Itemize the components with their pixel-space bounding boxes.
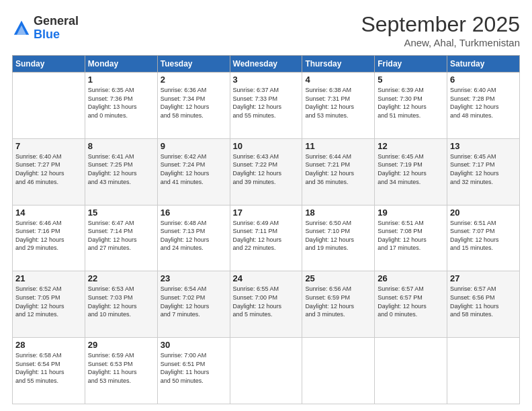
calendar-cell bbox=[375, 338, 447, 404]
col-header-friday: Friday bbox=[375, 56, 447, 73]
day-number: 25 bbox=[305, 273, 371, 283]
day-info: Sunrise: 6:55 AM Sunset: 7:00 PM Dayligh… bbox=[233, 285, 300, 318]
day-info: Sunrise: 6:50 AM Sunset: 7:10 PM Dayligh… bbox=[305, 219, 371, 253]
col-header-thursday: Thursday bbox=[302, 56, 375, 73]
calendar-cell: 16Sunrise: 6:48 AM Sunset: 7:13 PM Dayli… bbox=[157, 205, 230, 271]
day-info: Sunrise: 6:53 AM Sunset: 7:03 PM Dayligh… bbox=[88, 285, 154, 318]
day-info: Sunrise: 6:56 AM Sunset: 6:59 PM Dayligh… bbox=[305, 285, 371, 318]
day-info: Sunrise: 6:49 AM Sunset: 7:11 PM Dayligh… bbox=[233, 219, 300, 253]
calendar-cell: 19Sunrise: 6:51 AM Sunset: 7:08 PM Dayli… bbox=[375, 205, 447, 271]
day-info: Sunrise: 6:52 AM Sunset: 7:05 PM Dayligh… bbox=[15, 285, 82, 318]
calendar-cell: 30Sunrise: 7:00 AM Sunset: 6:51 PM Dayli… bbox=[157, 338, 230, 404]
calendar-cell: 18Sunrise: 6:50 AM Sunset: 7:10 PM Dayli… bbox=[302, 205, 375, 271]
day-info: Sunrise: 6:47 AM Sunset: 7:14 PM Dayligh… bbox=[88, 219, 154, 253]
day-info: Sunrise: 6:57 AM Sunset: 6:57 PM Dayligh… bbox=[378, 285, 444, 318]
calendar-cell: 24Sunrise: 6:55 AM Sunset: 7:00 PM Dayli… bbox=[230, 271, 302, 338]
title-block: September 2025 Anew, Ahal, Turkmenistan bbox=[361, 12, 520, 48]
day-info: Sunrise: 6:42 AM Sunset: 7:24 PM Dayligh… bbox=[161, 152, 227, 186]
calendar-header-row: SundayMondayTuesdayWednesdayThursdayFrid… bbox=[13, 56, 520, 73]
calendar-cell: 15Sunrise: 6:47 AM Sunset: 7:14 PM Dayli… bbox=[85, 205, 157, 271]
calendar-cell: 27Sunrise: 6:57 AM Sunset: 6:56 PM Dayli… bbox=[447, 271, 520, 338]
day-number: 30 bbox=[161, 340, 227, 350]
day-number: 8 bbox=[88, 141, 154, 151]
col-header-wednesday: Wednesday bbox=[230, 56, 302, 73]
day-number: 10 bbox=[233, 141, 300, 151]
calendar-cell: 12Sunrise: 6:45 AM Sunset: 7:19 PM Dayli… bbox=[375, 138, 447, 205]
calendar-cell: 8Sunrise: 6:41 AM Sunset: 7:25 PM Daylig… bbox=[85, 138, 157, 205]
day-info: Sunrise: 6:38 AM Sunset: 7:31 PM Dayligh… bbox=[305, 86, 371, 120]
day-info: Sunrise: 6:48 AM Sunset: 7:13 PM Dayligh… bbox=[161, 219, 227, 253]
day-number: 4 bbox=[305, 75, 371, 85]
day-info: Sunrise: 6:37 AM Sunset: 7:33 PM Dayligh… bbox=[233, 86, 300, 120]
calendar-cell: 6Sunrise: 6:40 AM Sunset: 7:28 PM Daylig… bbox=[447, 73, 520, 139]
day-number: 7 bbox=[15, 141, 82, 151]
calendar-cell: 20Sunrise: 6:51 AM Sunset: 7:07 PM Dayli… bbox=[447, 205, 520, 271]
calendar-week-2: 14Sunrise: 6:46 AM Sunset: 7:16 PM Dayli… bbox=[13, 205, 520, 271]
page: General Blue September 2025 Anew, Ahal, … bbox=[0, 0, 532, 411]
month-title: September 2025 bbox=[361, 12, 520, 37]
location-title: Anew, Ahal, Turkmenistan bbox=[361, 37, 520, 48]
calendar-cell: 23Sunrise: 6:54 AM Sunset: 7:02 PM Dayli… bbox=[157, 271, 230, 338]
day-number: 16 bbox=[161, 208, 227, 218]
day-info: Sunrise: 6:35 AM Sunset: 7:36 PM Dayligh… bbox=[88, 86, 154, 120]
day-info: Sunrise: 6:45 AM Sunset: 7:19 PM Dayligh… bbox=[378, 152, 444, 186]
day-number: 12 bbox=[378, 141, 444, 151]
calendar-cell bbox=[230, 338, 302, 404]
calendar-cell: 1Sunrise: 6:35 AM Sunset: 7:36 PM Daylig… bbox=[85, 73, 157, 139]
day-info: Sunrise: 6:58 AM Sunset: 6:54 PM Dayligh… bbox=[15, 351, 82, 385]
calendar-cell: 10Sunrise: 6:43 AM Sunset: 7:22 PM Dayli… bbox=[230, 138, 302, 205]
logo: General Blue bbox=[12, 15, 79, 42]
calendar-cell bbox=[302, 338, 375, 404]
day-number: 28 bbox=[15, 340, 82, 350]
calendar-cell: 14Sunrise: 6:46 AM Sunset: 7:16 PM Dayli… bbox=[13, 205, 85, 271]
calendar-cell bbox=[13, 73, 85, 139]
day-number: 2 bbox=[161, 75, 227, 85]
calendar-week-4: 28Sunrise: 6:58 AM Sunset: 6:54 PM Dayli… bbox=[13, 338, 520, 404]
day-info: Sunrise: 6:46 AM Sunset: 7:16 PM Dayligh… bbox=[15, 219, 82, 253]
day-number: 19 bbox=[378, 208, 444, 218]
calendar-cell bbox=[447, 338, 520, 404]
calendar-cell: 7Sunrise: 6:40 AM Sunset: 7:27 PM Daylig… bbox=[13, 138, 85, 205]
col-header-monday: Monday bbox=[85, 56, 157, 73]
day-info: Sunrise: 6:41 AM Sunset: 7:25 PM Dayligh… bbox=[88, 152, 154, 186]
day-number: 24 bbox=[233, 273, 300, 283]
calendar-cell: 25Sunrise: 6:56 AM Sunset: 6:59 PM Dayli… bbox=[302, 271, 375, 338]
day-number: 14 bbox=[15, 208, 82, 218]
calendar-cell: 28Sunrise: 6:58 AM Sunset: 6:54 PM Dayli… bbox=[13, 338, 85, 404]
day-info: Sunrise: 6:54 AM Sunset: 7:02 PM Dayligh… bbox=[161, 285, 227, 318]
day-number: 26 bbox=[378, 273, 444, 283]
logo-general: General bbox=[34, 15, 79, 28]
calendar-cell: 5Sunrise: 6:39 AM Sunset: 7:30 PM Daylig… bbox=[375, 73, 447, 139]
day-info: Sunrise: 6:57 AM Sunset: 6:56 PM Dayligh… bbox=[450, 285, 517, 318]
day-number: 21 bbox=[15, 273, 82, 283]
day-number: 5 bbox=[378, 75, 444, 85]
calendar-cell: 26Sunrise: 6:57 AM Sunset: 6:57 PM Dayli… bbox=[375, 271, 447, 338]
calendar-cell: 2Sunrise: 6:36 AM Sunset: 7:34 PM Daylig… bbox=[157, 73, 230, 139]
day-info: Sunrise: 6:44 AM Sunset: 7:21 PM Dayligh… bbox=[305, 152, 371, 186]
day-info: Sunrise: 6:40 AM Sunset: 7:28 PM Dayligh… bbox=[450, 86, 517, 120]
day-info: Sunrise: 6:51 AM Sunset: 7:07 PM Dayligh… bbox=[450, 219, 517, 253]
day-number: 27 bbox=[450, 273, 517, 283]
calendar-cell: 21Sunrise: 6:52 AM Sunset: 7:05 PM Dayli… bbox=[13, 271, 85, 338]
day-info: Sunrise: 6:39 AM Sunset: 7:30 PM Dayligh… bbox=[378, 86, 444, 120]
day-number: 20 bbox=[450, 208, 517, 218]
calendar-cell: 4Sunrise: 6:38 AM Sunset: 7:31 PM Daylig… bbox=[302, 73, 375, 139]
day-info: Sunrise: 6:40 AM Sunset: 7:27 PM Dayligh… bbox=[15, 152, 82, 186]
day-number: 1 bbox=[88, 75, 154, 85]
logo-text: General Blue bbox=[34, 15, 79, 42]
day-info: Sunrise: 6:45 AM Sunset: 7:17 PM Dayligh… bbox=[450, 152, 517, 186]
day-info: Sunrise: 7:00 AM Sunset: 6:51 PM Dayligh… bbox=[161, 351, 227, 385]
calendar-cell: 29Sunrise: 6:59 AM Sunset: 6:53 PM Dayli… bbox=[85, 338, 157, 404]
calendar-cell: 22Sunrise: 6:53 AM Sunset: 7:03 PM Dayli… bbox=[85, 271, 157, 338]
col-header-sunday: Sunday bbox=[13, 56, 85, 73]
logo-icon bbox=[12, 19, 31, 38]
day-number: 3 bbox=[233, 75, 300, 85]
calendar-table: SundayMondayTuesdayWednesdayThursdayFrid… bbox=[12, 55, 520, 404]
calendar-cell: 3Sunrise: 6:37 AM Sunset: 7:33 PM Daylig… bbox=[230, 73, 302, 139]
logo-blue: Blue bbox=[34, 28, 79, 42]
day-number: 15 bbox=[88, 208, 154, 218]
calendar-cell: 13Sunrise: 6:45 AM Sunset: 7:17 PM Dayli… bbox=[447, 138, 520, 205]
day-number: 11 bbox=[305, 141, 371, 151]
day-info: Sunrise: 6:43 AM Sunset: 7:22 PM Dayligh… bbox=[233, 152, 300, 186]
calendar-cell: 17Sunrise: 6:49 AM Sunset: 7:11 PM Dayli… bbox=[230, 205, 302, 271]
